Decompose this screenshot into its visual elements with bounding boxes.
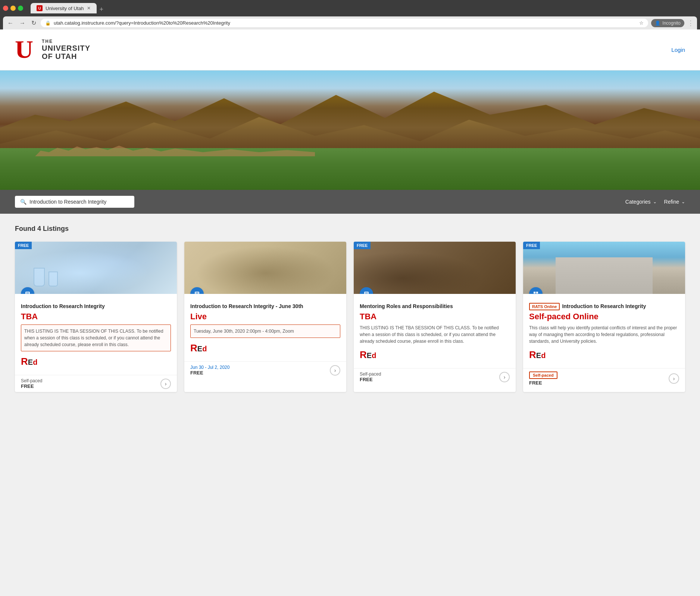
search-icon: 🔍 xyxy=(20,199,26,205)
card-1-status: TBA xyxy=(21,312,171,321)
card-1-logo-e: E xyxy=(28,358,33,367)
back-button[interactable]: ← xyxy=(6,19,15,27)
url-text: utah.catalog.instructure.com/?query=Intr… xyxy=(54,20,636,26)
card-2-price: FREE xyxy=(190,370,229,376)
card-3-description: THIS LISTING IS THE TBA SESSION OF THIS … xyxy=(360,324,510,345)
card-4[interactable]: FREE RATS OnlineIntroduction to Research… xyxy=(523,242,685,392)
card-4-footer: Self-paced FREE › xyxy=(523,368,685,389)
refine-button[interactable]: Refine ⌄ xyxy=(664,199,685,205)
svg-rect-10 xyxy=(365,294,368,294)
tab-bar: U University of Utah ✕ + xyxy=(31,3,697,13)
card-2[interactable]: Introduction to Research Integrity - Jun… xyxy=(184,242,346,392)
card-4-self-paced-badge: Self-paced xyxy=(529,371,557,379)
browser-menu-button[interactable]: ⋮ xyxy=(687,19,694,27)
card-3-footer: Self-paced FREE › xyxy=(354,368,516,385)
card-3-logo-r: R xyxy=(360,349,367,361)
reload-button[interactable]: ↻ xyxy=(30,19,38,27)
svg-rect-12 xyxy=(534,292,535,294)
browser-chrome: U University of Utah ✕ + ← → ↻ 🔒 utah.ca… xyxy=(0,0,700,29)
u-logo: U xyxy=(15,37,37,63)
address-bar-row: ← → ↻ 🔒 utah.catalog.instructure.com/?qu… xyxy=(3,16,697,29)
card-3-status: TBA xyxy=(360,312,510,321)
address-field[interactable]: 🔒 utah.catalog.instructure.com/?query=In… xyxy=(41,19,648,27)
card-4-description: This class will help you identify potent… xyxy=(529,324,679,345)
svg-rect-1 xyxy=(26,292,29,293)
svg-rect-2 xyxy=(26,294,29,294)
page-wrapper: U THE UNIVERSITY OF UTAH Login 🔍 Categor… xyxy=(0,29,700,403)
active-tab[interactable]: U University of Utah ✕ xyxy=(31,3,97,13)
card-4-image: FREE xyxy=(523,242,685,294)
card-2-title: Introduction to Research Integrity - Jun… xyxy=(190,303,340,310)
logo-container: U THE UNIVERSITY OF UTAH xyxy=(15,37,90,63)
search-input[interactable] xyxy=(29,199,129,205)
right-icons: 👤 Incognito ⋮ xyxy=(651,19,694,27)
card-2-footer-left: Jun 30 - Jul 2, 2020 FREE xyxy=(190,365,229,376)
card-1[interactable]: FREE Introduction to Research Integrity … xyxy=(15,242,177,392)
card-4-footer-left: Self-paced FREE xyxy=(529,371,557,386)
svg-rect-13 xyxy=(536,292,538,294)
cards-grid: FREE Introduction to Research Integrity … xyxy=(15,242,685,392)
card-4-arrow[interactable]: › xyxy=(669,373,679,384)
incognito-button[interactable]: 👤 Incognito xyxy=(651,19,684,27)
forward-button[interactable]: → xyxy=(18,19,27,27)
card-2-image xyxy=(184,242,346,294)
card-3-arrow[interactable]: › xyxy=(499,372,510,382)
card-3-logo-d: d xyxy=(372,351,376,360)
card-4-title-text: Introduction to Research Integrity xyxy=(562,303,646,310)
card-2-description: Tuesday, June 30th, 2020 2:00pm - 4:00pm… xyxy=(190,324,340,338)
tab-label: University of Utah xyxy=(46,6,84,11)
card-3-free-badge: FREE xyxy=(354,242,371,249)
card-1-arrow[interactable]: › xyxy=(160,379,171,389)
card-2-date: Jun 30 - Jul 2, 2020 xyxy=(190,365,229,370)
search-box: 🔍 xyxy=(15,196,134,208)
tab-favicon: U xyxy=(37,5,43,11)
minimize-button[interactable] xyxy=(10,6,16,11)
card-1-icon xyxy=(21,287,34,294)
card-2-red-logo: REd xyxy=(190,342,340,354)
categories-label: Categories xyxy=(625,199,651,205)
tab-close-button[interactable]: ✕ xyxy=(87,6,91,11)
results-count: Found 4 Listings xyxy=(15,225,685,233)
card-4-free-badge: FREE xyxy=(523,242,540,249)
card-2-icon xyxy=(190,287,204,294)
hero-banner xyxy=(0,70,700,190)
card-4-red-logo: REd xyxy=(529,349,679,361)
card-2-status: Live xyxy=(190,312,340,321)
lock-icon: 🔒 xyxy=(45,21,51,26)
close-button[interactable] xyxy=(3,6,8,11)
refine-label: Refine xyxy=(664,199,679,205)
svg-rect-9 xyxy=(365,292,368,293)
bookmark-icon[interactable]: ☆ xyxy=(639,20,644,26)
card-2-footer: Jun 30 - Jul 2, 2020 FREE › xyxy=(184,361,346,379)
card-2-logo-r: R xyxy=(190,342,197,354)
card-2-arrow[interactable]: › xyxy=(330,365,340,376)
card-1-logo-r: R xyxy=(21,356,28,367)
search-section: 🔍 Categories ⌄ Refine ⌄ xyxy=(0,190,700,214)
card-3-logo-e: E xyxy=(367,351,372,360)
new-tab-button[interactable]: + xyxy=(97,6,107,13)
beaker-2 xyxy=(49,272,58,286)
card-3-red-logo: REd xyxy=(360,349,510,361)
card-1-logo-d: d xyxy=(33,358,37,367)
card-4-label: RATS Online xyxy=(529,303,560,310)
card-4-logo-r: R xyxy=(529,349,536,361)
card-3[interactable]: FREE Mentoring Roles and Responsibilitie… xyxy=(354,242,516,392)
categories-chevron-icon: ⌄ xyxy=(653,199,657,204)
beaker-1 xyxy=(34,268,45,286)
categories-button[interactable]: Categories ⌄ xyxy=(625,199,657,205)
logo-the: THE xyxy=(42,39,90,44)
login-link[interactable]: Login xyxy=(671,47,685,53)
card-1-red-logo: REd xyxy=(21,356,171,367)
logo-university: UNIVERSITY xyxy=(42,44,90,52)
card-3-title: Mentoring Roles and Responsibilities xyxy=(360,303,510,310)
card-1-footer-left: Self-paced FREE xyxy=(21,378,42,389)
card-4-logo-d: d xyxy=(541,351,546,360)
card-3-image: FREE xyxy=(354,242,516,294)
u-letter: U xyxy=(15,35,33,63)
card-3-type: Self-paced xyxy=(360,371,381,377)
card-1-price: FREE xyxy=(21,383,42,389)
card-1-image: FREE xyxy=(15,242,177,294)
card-1-body: Introduction to Research Integrity TBA T… xyxy=(15,294,177,375)
maximize-button[interactable] xyxy=(18,6,23,11)
logo-text: THE UNIVERSITY OF UTAH xyxy=(42,39,90,60)
